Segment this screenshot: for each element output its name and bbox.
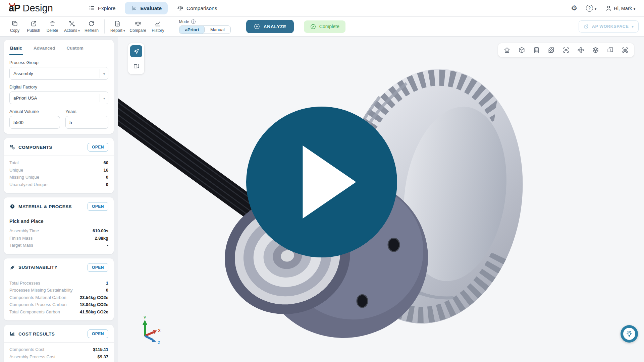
select-value: aPriori USA	[13, 96, 37, 101]
open-button[interactable]: OPEN	[88, 143, 108, 152]
process-group-select[interactable]: Assembly	[9, 67, 108, 80]
analyze-label: ANALYZE	[264, 24, 286, 29]
select-cursor-button[interactable]	[130, 45, 142, 57]
tab-custom[interactable]: Custom	[66, 45, 84, 55]
open-button[interactable]: OPEN	[88, 263, 108, 272]
stat-row: Total Processes1	[9, 280, 108, 287]
toolbar-divider	[171, 19, 171, 34]
panel-components: COMPONENTS OPEN Total60 Unique16 Missing…	[4, 138, 114, 193]
document-icon	[114, 20, 121, 27]
copy-button[interactable]: Copy	[5, 19, 24, 34]
lightbulb-icon	[623, 328, 635, 340]
stat-row: Total Cost$124.48	[9, 360, 108, 362]
stat-row: Components Process Carbon18.04kg CO2e	[9, 301, 108, 308]
stat-row: Total Components Carbon41.58kg CO2e	[9, 308, 108, 316]
nav-label: Evaluate	[140, 5, 162, 11]
views-icon[interactable]	[606, 46, 614, 54]
cube-icon[interactable]	[518, 46, 526, 54]
panel-title: SUSTAINABILITY	[18, 265, 85, 270]
measure-button[interactable]	[130, 60, 142, 72]
header-right: ⚙ Hi, Mark	[571, 5, 635, 12]
refresh-icon	[88, 20, 95, 27]
fit-view-icon[interactable]	[562, 46, 570, 54]
grid-cube-icon[interactable]	[592, 46, 599, 54]
mode-toggle: aPriori Manual	[179, 25, 231, 34]
panel-cost-results: COST RESULTS OPEN Components Cost$115.11…	[4, 325, 114, 362]
evaluate-chart-icon	[131, 5, 137, 11]
years-input[interactable]	[65, 116, 108, 129]
tab-basic[interactable]: Basic	[9, 45, 23, 55]
scenario-inputs-card: Basic Advanced Custom Process Group Asse…	[4, 40, 114, 134]
user-greeting: Hi, Mark	[614, 6, 632, 11]
user-menu[interactable]: Hi, Mark	[605, 5, 635, 12]
section-icon[interactable]	[547, 46, 555, 54]
stat-row: Total60	[9, 159, 108, 167]
nav-evaluate[interactable]: Evaluate	[125, 2, 168, 14]
tab-advanced[interactable]: Advanced	[33, 45, 56, 55]
chevron-down-icon	[634, 6, 635, 11]
stat-row: Assembly Process Cost$9.37	[9, 353, 108, 361]
mode-block: Mode aPriori Manual	[179, 19, 231, 34]
trash-icon	[49, 20, 56, 27]
info-icon[interactable]	[191, 19, 196, 24]
publish-icon	[30, 20, 37, 27]
stat-row: Components Cost$115.11	[9, 346, 108, 353]
actions-button[interactable]: Actions	[62, 19, 82, 34]
leaf-icon	[9, 264, 15, 270]
help-icon	[586, 5, 593, 12]
open-button[interactable]: OPEN	[88, 329, 108, 338]
left-sidebar: Basic Advanced Custom Process Group Asse…	[0, 37, 118, 362]
stat-row: Target Mass-	[9, 242, 108, 249]
stat-row: Unanalyzed Unique0	[9, 181, 108, 188]
viewer-tool-palette	[128, 43, 144, 74]
process-name: Pick and Place	[9, 219, 108, 224]
chevron-down-icon	[123, 28, 125, 33]
app-logo: aP Design	[9, 3, 53, 14]
stat-row: Missing Unique0	[9, 174, 108, 181]
divider	[4, 342, 114, 343]
notes-icon[interactable]	[533, 46, 540, 54]
annual-volume-input[interactable]	[9, 116, 60, 129]
mode-label: Mode	[179, 19, 189, 24]
open-button[interactable]: OPEN	[88, 202, 108, 211]
video-play-button[interactable]	[246, 107, 397, 257]
line-chart-icon	[154, 20, 161, 27]
report-button[interactable]: Report	[108, 19, 127, 34]
panel-sustainability: SUSTAINABILITY OPEN Total Processes1 Pro…	[4, 258, 114, 321]
nav-label: Comparisons	[186, 5, 217, 11]
mode-option-apriori[interactable]: aPriori	[179, 26, 205, 34]
nav-comparisons[interactable]: Comparisons	[171, 2, 223, 14]
publish-button[interactable]: Publish	[24, 19, 43, 34]
select-value: Assembly	[13, 71, 33, 76]
divider	[4, 276, 114, 276]
mode-option-manual[interactable]: Manual	[205, 26, 230, 34]
tips-fab-button[interactable]	[621, 325, 638, 343]
logo-brand: aP	[9, 3, 20, 14]
copy-icon	[11, 20, 18, 27]
viewer-canvas[interactable]: Y X Z	[118, 37, 644, 362]
ap-workspace-button[interactable]: AP WORKSPACE	[579, 20, 639, 33]
refresh-button[interactable]: Refresh	[82, 19, 101, 34]
home-icon[interactable]	[503, 46, 511, 54]
stat-row: Unique16	[9, 167, 108, 174]
delete-button[interactable]: Delete	[43, 19, 62, 34]
snapshot-icon[interactable]	[621, 46, 629, 54]
analyze-button[interactable]: ANALYZE	[246, 20, 294, 33]
play-triangle-icon	[303, 145, 356, 219]
check-circle-icon	[310, 23, 316, 30]
chevron-down-icon	[100, 94, 108, 102]
nav-explore[interactable]: Explore	[83, 2, 122, 14]
orbit-icon[interactable]	[577, 46, 585, 54]
chevron-down-icon	[100, 69, 108, 78]
help-menu[interactable]	[586, 5, 596, 12]
process-clock-icon	[9, 203, 15, 209]
compare-button[interactable]: Compare	[127, 19, 148, 34]
divider	[4, 156, 114, 156]
history-button[interactable]: History	[149, 19, 167, 34]
play-circle-icon	[254, 23, 260, 30]
axis-y-label: Y	[144, 316, 146, 320]
settings-gear-icon[interactable]: ⚙	[571, 5, 577, 12]
external-link-icon	[584, 24, 589, 29]
stat-row: Processes Missing Sustainability0	[9, 287, 108, 294]
digital-factory-select[interactable]: aPriori USA	[9, 92, 108, 104]
